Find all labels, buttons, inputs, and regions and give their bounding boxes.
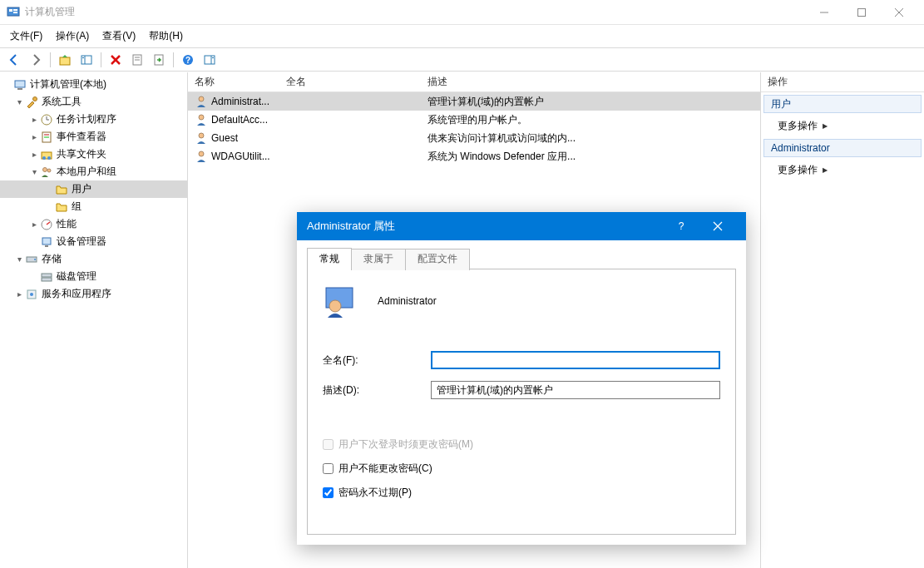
user-avatar-icon — [323, 284, 356, 318]
dialog-title: Administrator 属性 — [307, 219, 663, 234]
svg-point-55 — [329, 300, 341, 312]
svg-rect-2 — [13, 9, 17, 11]
actions-section-administrator[interactable]: Administrator — [763, 139, 922, 157]
tree-label: 用户 — [72, 182, 91, 196]
list-header: 名称 全名 描述 — [188, 72, 760, 92]
cell-name: Guest — [211, 132, 238, 144]
expand-icon[interactable]: ▸ — [28, 150, 40, 159]
list-row[interactable]: Guest 供来宾访问计算机或访问域的内... — [188, 129, 760, 147]
expand-icon[interactable]: ▾ — [28, 167, 40, 176]
storage-icon — [25, 253, 38, 266]
tree-label: 本地用户和组 — [57, 165, 116, 179]
tree-storage[interactable]: ▾ 存储 — [0, 250, 187, 268]
tree-device-manager[interactable]: 设备管理器 — [0, 233, 187, 250]
tree-task-scheduler[interactable]: ▸ 任务计划程序 — [0, 111, 187, 128]
nav-forward-button[interactable] — [27, 51, 45, 69]
show-hide-button[interactable] — [77, 51, 96, 69]
expand-icon[interactable]: ▸ — [28, 132, 40, 141]
menu-view[interactable]: 查看(V) — [102, 29, 136, 43]
svg-point-46 — [30, 293, 33, 296]
dialog-help-button[interactable]: ? — [663, 212, 699, 240]
check-never-expire[interactable]: 密码永不过期(P) — [323, 486, 720, 500]
svg-point-25 — [33, 96, 37, 101]
tree-system-tools[interactable]: ▾ 系统工具 — [0, 93, 187, 111]
expand-icon[interactable]: ▸ — [28, 115, 40, 124]
tree-performance[interactable]: ▸ 性能 — [0, 215, 187, 233]
user-icon — [195, 95, 208, 108]
menu-file[interactable]: 文件(F) — [10, 29, 42, 43]
svg-rect-5 — [857, 8, 865, 16]
never-expire-checkbox[interactable] — [323, 487, 334, 498]
tree-local-users-groups[interactable]: ▾ 本地用户和组 — [0, 163, 187, 180]
check-cannot-change[interactable]: 用户不能更改密码(C) — [323, 462, 720, 476]
svg-point-49 — [199, 133, 204, 138]
tree-label: 计算机管理(本地) — [30, 77, 106, 91]
expand-icon[interactable]: ▾ — [13, 97, 25, 106]
tree-services-apps[interactable]: ▸ 服务和应用程序 — [0, 285, 187, 303]
tree-shared-folders[interactable]: ▸ 共享文件夹 — [0, 146, 187, 163]
column-description[interactable]: 描述 — [421, 75, 760, 89]
menu-help[interactable]: 帮助(H) — [149, 29, 183, 43]
toolbar-separator — [50, 52, 51, 67]
nav-back-button[interactable] — [5, 51, 23, 69]
list-row[interactable]: WDAGUtilit... 系统为 Windows Defender 应用... — [188, 147, 760, 165]
tree-disk-management[interactable]: 磁盘管理 — [0, 268, 187, 285]
tools-icon — [25, 96, 38, 109]
help-button[interactable]: ? — [179, 51, 197, 69]
tree-root[interactable]: 计算机管理(本地) — [0, 76, 187, 93]
maximize-button[interactable] — [842, 0, 880, 25]
tab-page-general: Administrator 全名(F): 描述(D): 用户下次登录时须更改密码… — [307, 269, 736, 535]
tree-label: 磁盘管理 — [57, 269, 96, 284]
actions-more-administrator[interactable]: 更多操作 ▶ — [761, 160, 924, 180]
fullname-input[interactable] — [431, 351, 720, 369]
event-icon — [40, 131, 53, 144]
tree-label: 任务计划程序 — [57, 112, 116, 126]
export-button[interactable] — [150, 51, 168, 69]
cell-description: 管理计算机(域)的内置帐户 — [421, 95, 760, 109]
tree-label: 服务和应用程序 — [42, 287, 111, 301]
folder-icon — [55, 183, 68, 196]
list-row[interactable]: DefaultAcc... 系统管理的用户帐户。 — [188, 111, 760, 129]
tab-memberof[interactable]: 隶属于 — [351, 249, 406, 270]
dialog-close-button[interactable] — [699, 212, 736, 240]
expand-icon[interactable]: ▸ — [13, 289, 25, 299]
window-title: 计算机管理 — [25, 5, 805, 19]
tree-groups[interactable]: 组 — [0, 198, 187, 215]
menu-action[interactable]: 操作(A) — [56, 29, 89, 43]
actions-section-users[interactable]: 用户 — [763, 95, 922, 113]
close-button[interactable] — [880, 0, 917, 25]
tree-event-viewer[interactable]: ▸ 事件查看器 — [0, 128, 187, 146]
minimize-button[interactable] — [805, 0, 842, 25]
column-name[interactable]: 名称 — [188, 75, 279, 89]
up-button[interactable] — [56, 51, 74, 69]
more-label: 更多操作 — [778, 163, 818, 177]
svg-point-33 — [42, 156, 46, 160]
cell-description: 系统为 Windows Defender 应用... — [421, 150, 760, 164]
dialog-titlebar[interactable]: Administrator 属性 ? — [297, 212, 746, 240]
svg-rect-11 — [82, 57, 84, 58]
toolbar: ? — [0, 48, 924, 72]
cell-description: 系统管理的用户帐户。 — [421, 113, 760, 127]
toolbar-separator — [173, 52, 174, 67]
app-icon — [7, 6, 20, 19]
list-row[interactable]: Administrat... 管理计算机(域)的内置帐户 — [188, 92, 760, 111]
tab-profile[interactable]: 配置文件 — [405, 249, 470, 270]
expand-icon[interactable]: ▾ — [13, 254, 25, 264]
svg-point-35 — [43, 167, 47, 171]
tree-users[interactable]: 用户 — [0, 180, 187, 198]
action-pane-button[interactable] — [200, 51, 219, 69]
device-icon — [40, 235, 53, 249]
tree-label: 组 — [72, 200, 82, 214]
cannot-change-checkbox[interactable] — [323, 463, 334, 474]
more-label: 更多操作 — [778, 119, 818, 133]
expand-icon[interactable]: ▸ — [28, 220, 40, 229]
description-input[interactable] — [431, 381, 720, 399]
users-groups-icon — [40, 165, 53, 179]
tab-general[interactable]: 常规 — [307, 248, 352, 269]
column-fullname[interactable]: 全名 — [279, 75, 421, 89]
properties-button[interactable] — [128, 51, 146, 69]
actions-more-users[interactable]: 更多操作 ▶ — [761, 116, 924, 136]
computer-icon — [13, 78, 27, 91]
delete-button[interactable] — [106, 51, 125, 69]
user-icon — [195, 131, 208, 145]
